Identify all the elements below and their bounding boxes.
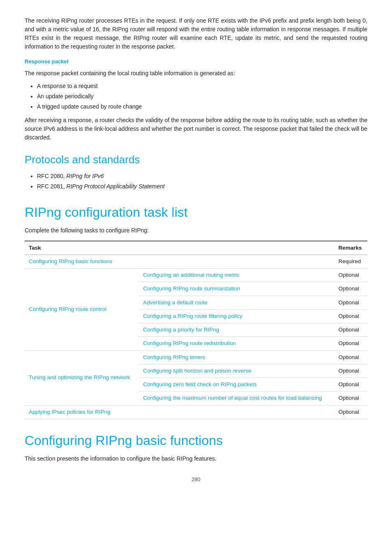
response-packet-intro: The response packet containing the local… xyxy=(25,69,367,78)
subtask-cell[interactable]: Advertising a default route xyxy=(139,296,334,309)
subtask-cell[interactable]: Configuring a priority for RIPng xyxy=(139,323,334,337)
remarks-cell: Optional xyxy=(334,269,367,282)
subtask-link[interactable]: Advertising a default route xyxy=(143,299,208,306)
subtask-link[interactable]: Configuring RIPng route summarization xyxy=(143,285,240,292)
table-row: Configuring RIPng basic functions Requir… xyxy=(25,255,367,268)
group-link[interactable]: Configuring RIPng route control xyxy=(29,306,106,312)
remarks-cell: Optional xyxy=(334,405,367,419)
table-row: Configuring RIPng route control Configur… xyxy=(25,269,367,282)
protocol-item-1: RFC 2080, RIPng for IPv6 xyxy=(37,172,367,181)
bullet-item: A trigged update caused by route change xyxy=(37,102,367,111)
subtask-link[interactable]: Configuring an additional routing metric xyxy=(143,272,240,278)
remarks-cell: Optional xyxy=(334,296,367,309)
remarks-cell: Optional xyxy=(334,282,367,296)
subtask-link[interactable]: Configuring RIPng timers xyxy=(143,354,205,360)
protocols-list: RFC 2080, RIPng for IPv6 RFC 2081, RIPng… xyxy=(37,172,367,191)
group-cell[interactable]: Tuning and optimizing the RIPng network xyxy=(25,350,139,405)
response-packet-closing: After receiving a response, a router che… xyxy=(25,116,367,142)
remarks-cell: Optional xyxy=(334,378,367,392)
task-link[interactable]: Configuring RIPng basic functions xyxy=(29,258,112,264)
intro-paragraph: The receiving RIPng router processes RTE… xyxy=(25,16,367,51)
task-table: Task Remarks Configuring RIPng basic fun… xyxy=(25,241,367,419)
configuring-intro: This section presents the information to… xyxy=(25,454,367,463)
remarks-cell: Optional xyxy=(334,392,367,405)
remarks-cell: Optional xyxy=(334,337,367,350)
remarks-cell: Optional xyxy=(334,309,367,323)
response-packet-subheading: Response packet xyxy=(25,58,367,66)
remarks-cell: Required xyxy=(334,255,367,268)
group-link[interactable]: Tuning and optimizing the RIPng network xyxy=(29,374,130,380)
configuring-heading: Configuring RIPng basic functions xyxy=(25,431,367,450)
protocols-heading: Protocols and standards xyxy=(25,152,367,168)
subtask-cell[interactable]: Configuring an additional routing metric xyxy=(139,269,334,282)
subtask-link[interactable]: Configuring zero field check on RIPng pa… xyxy=(143,381,257,387)
remarks-cell: Optional xyxy=(334,364,367,378)
bullet-item: An update periodically xyxy=(37,92,367,101)
task-cell[interactable]: Applying IPsec policies for RIPng xyxy=(25,405,334,419)
subtask-cell[interactable]: Configuring RIPng route redistribution xyxy=(139,337,334,350)
subtask-cell[interactable]: Configuring RIPng timers xyxy=(139,350,334,364)
subtask-link[interactable]: Configuring the maximum number of equal … xyxy=(143,395,322,401)
table-row: Tuning and optimizing the RIPng network … xyxy=(25,350,367,364)
response-packet-bullets: A response to a request An update period… xyxy=(37,82,367,111)
bullet-item: A response to a request xyxy=(37,82,367,90)
remarks-col-header: Remarks xyxy=(334,241,367,255)
subtask-cell[interactable]: Configuring RIPng route summarization xyxy=(139,282,334,296)
subtask-link[interactable]: Configuring a RIPng route filtering poli… xyxy=(143,313,242,319)
ripng-task-list-heading: RIPng configuration task list xyxy=(25,202,367,222)
subtask-link[interactable]: Configuring RIPng route redistribution xyxy=(143,340,236,346)
subtask-cell[interactable]: Configuring zero field check on RIPng pa… xyxy=(139,378,334,392)
table-row: Applying IPsec policies for RIPng Option… xyxy=(25,405,367,419)
subtask-link[interactable]: Configuring split horizon and poison rev… xyxy=(143,368,251,374)
page-number: 280 xyxy=(25,475,367,484)
task-col-header: Task xyxy=(25,241,334,255)
task-cell[interactable]: Configuring RIPng basic functions xyxy=(25,255,334,268)
subtask-cell[interactable]: Configuring a RIPng route filtering poli… xyxy=(139,309,334,323)
subtask-link[interactable]: Configuring a priority for RIPng xyxy=(143,327,219,333)
group-cell[interactable]: Configuring RIPng route control xyxy=(25,269,139,351)
remarks-cell: Optional xyxy=(334,323,367,337)
task-list-intro: Complete the following tasks to configur… xyxy=(25,226,367,235)
task-link[interactable]: Applying IPsec policies for RIPng xyxy=(29,409,111,415)
protocol-item-2: RFC 2081, RIPng Protocol Applicability S… xyxy=(37,182,367,191)
subtask-cell[interactable]: Configuring the maximum number of equal … xyxy=(139,392,334,405)
subtask-cell[interactable]: Configuring split horizon and poison rev… xyxy=(139,364,334,378)
remarks-cell: Optional xyxy=(334,350,367,364)
